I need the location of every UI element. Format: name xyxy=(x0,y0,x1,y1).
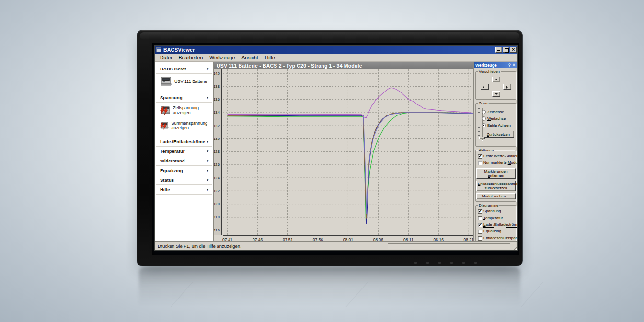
sidebar-section-status[interactable]: Status▾ xyxy=(156,175,212,185)
checkbox-lade-entladeströme[interactable]: Lade-/Entladeströme xyxy=(478,222,514,228)
sidebar-section-lade-entladeströme[interactable]: Lade-/Entladeströme▾ xyxy=(156,137,212,147)
checkbox-label: Nur markierte Module xyxy=(483,161,518,165)
chevron-down-icon[interactable]: ▾ xyxy=(207,150,208,153)
y-tick-label: 13.4 xyxy=(213,111,220,114)
sidebar-section-bacs-gerät[interactable]: BACS Gerät▾ xyxy=(156,64,212,74)
menu-item-bearbeiten[interactable]: Bearbeiten xyxy=(175,54,207,61)
maximize-button[interactable] xyxy=(503,47,509,53)
checkbox-icon[interactable] xyxy=(478,209,482,214)
chart-area[interactable]: 14.013.813.613.413.213.012.812.612.412.2… xyxy=(214,69,473,242)
radio-icon[interactable] xyxy=(482,116,486,121)
sidebar-section-temperatur[interactable]: Temperatur▾ xyxy=(156,147,212,156)
radio-icon[interactable] xyxy=(482,110,486,114)
sidebar: BACS Gerät▾ USV 111 BatterieSpannung▾ Ze… xyxy=(155,62,214,242)
radio-wertachse[interactable]: Wertachse xyxy=(482,115,514,122)
resize-grip[interactable] xyxy=(512,244,517,250)
pan-right-button[interactable] xyxy=(503,84,511,90)
sidebar-section-label: Hilfe xyxy=(160,187,170,192)
sidebar-section-equalizing[interactable]: Equalizing▾ xyxy=(156,166,212,175)
monitor-buttons[interactable] xyxy=(414,262,477,263)
radio-icon[interactable] xyxy=(482,123,486,127)
tools-panel-titlebar[interactable]: Werkzeuge ⚲ × xyxy=(474,62,518,68)
chevron-down-icon[interactable]: ▾ xyxy=(207,169,208,172)
y-tick-label: 12.8 xyxy=(213,150,220,153)
checkbox-label: Lade-/Entladeströme xyxy=(483,222,518,227)
minimize-button[interactable] xyxy=(495,47,502,53)
arrow-left-icon xyxy=(483,86,484,89)
checkbox-icon[interactable] xyxy=(478,154,482,159)
sidebar-section-label: Equalizing xyxy=(160,168,183,173)
window-title: BACSViewer xyxy=(163,47,495,53)
button-modul-suchen[interactable]: Modul suchen ... xyxy=(476,193,516,199)
close-button[interactable] xyxy=(510,47,517,53)
y-tick-label: 11.6 xyxy=(214,229,220,232)
y-tick-label: 12.6 xyxy=(213,163,220,166)
menu-item-datei[interactable]: Datei xyxy=(157,54,175,61)
checkbox-temperatur[interactable]: Temperatur xyxy=(478,216,514,221)
checkbox-equalizing[interactable]: Equalizing xyxy=(478,229,514,235)
statusbar: Drücken Sie F1, um die Hilfe anzuzeigen. xyxy=(155,242,518,250)
menubar: DateiBearbeitenWerkzeugeAnsichtHilfe xyxy=(155,54,518,62)
charts-group-label: Diagramme xyxy=(478,203,499,207)
voltage-chart xyxy=(223,69,473,235)
chevron-down-icon[interactable]: ▾ xyxy=(207,159,208,163)
checkbox-spannung[interactable]: Spannung xyxy=(478,209,514,215)
zoom-reset-button[interactable]: Zurücksetzen xyxy=(483,131,514,138)
sidebar-item-summenspannung-anzeigen[interactable]: Summenspannung anzeigen xyxy=(155,118,213,133)
chevron-down-icon[interactable]: ▾ xyxy=(207,96,208,100)
chevron-down-icon[interactable]: ▾ xyxy=(207,178,208,182)
y-tick-label: 11.8 xyxy=(214,215,220,218)
y-tick-label: 12.0 xyxy=(213,202,220,206)
tools-panel-title: Werkzeuge xyxy=(475,63,507,68)
checkbox-icon[interactable] xyxy=(478,230,482,234)
y-tick-label: 13.6 xyxy=(213,98,220,101)
series-modul-braun xyxy=(228,113,473,218)
sidebar-item-label: Summenspannung anzeigen xyxy=(171,121,212,131)
menu-item-hilfe[interactable]: Hilfe xyxy=(262,54,278,61)
pin-icon[interactable]: ⚲ xyxy=(507,63,512,67)
checkbox-icon[interactable] xyxy=(478,216,482,220)
charts-group: Diagramme SpannungTemperaturLade-/Entlad… xyxy=(475,205,516,242)
radio-label: Beide Achsen xyxy=(487,123,511,127)
sidebar-item-zellspannung-anzeigen[interactable]: Zellspannung anzeigen xyxy=(155,103,213,118)
battery-device-icon xyxy=(160,76,172,87)
checkbox-nur-markierte-module[interactable]: Nur markierte Module xyxy=(478,161,514,166)
radio-zeitachse[interactable]: Zeitachse xyxy=(482,108,514,115)
sidebar-section-label: Spannung xyxy=(160,95,182,100)
checkbox-entladeschlussspannung[interactable]: Entladeschlussspannung xyxy=(478,236,514,242)
checkbox-icon[interactable] xyxy=(478,223,482,227)
pan-up-button[interactable] xyxy=(492,77,500,82)
panel-close-icon[interactable]: × xyxy=(512,62,516,68)
menu-item-ansicht[interactable]: Ansicht xyxy=(238,54,261,61)
zoom-slider-handle[interactable] xyxy=(479,137,485,139)
button-markierungen-entfernen[interactable]: Markierungen entfernen xyxy=(476,168,516,179)
radio-label: Zeitachse xyxy=(487,110,504,114)
sidebar-section-hilfe[interactable]: Hilfe▾ xyxy=(156,185,212,195)
sidebar-item-usv-111-batterie[interactable]: USV 111 Batterie xyxy=(155,74,213,89)
checkbox-label: Equalizing xyxy=(483,229,501,234)
chevron-down-icon[interactable]: ▾ xyxy=(207,67,208,71)
pan-left-button[interactable] xyxy=(481,84,489,90)
zoom-slider[interactable] xyxy=(478,107,480,144)
chart-title-bar: USV 111 Batterie - BACS 2 - Typ C20 - St… xyxy=(214,62,473,69)
y-tick-label: 12.2 xyxy=(213,189,220,193)
zoom-group-label: Zoom xyxy=(478,101,489,105)
menu-item-werkzeuge[interactable]: Werkzeuge xyxy=(206,54,238,61)
plot-region[interactable] xyxy=(223,69,473,235)
sidebar-item-label: USV 111 Batterie xyxy=(174,79,207,84)
sidebar-section-widerstand[interactable]: Widerstand▾ xyxy=(156,156,212,166)
checkbox-label: Temperatur xyxy=(483,216,503,220)
checkbox-icon[interactable] xyxy=(478,161,482,165)
window-titlebar[interactable]: BACSViewer xyxy=(155,46,518,54)
y-tick-label: 13.0 xyxy=(213,137,220,140)
chevron-down-icon[interactable]: ▾ xyxy=(207,188,208,192)
bezel-gloss xyxy=(140,32,519,40)
button-entladeschlussspannung-zurücksetzen[interactable]: Entladeschlussspannung zurücksetzen xyxy=(476,181,516,191)
pan-down-button[interactable] xyxy=(492,91,500,97)
sidebar-section-spannung[interactable]: Spannung▾ xyxy=(156,93,212,103)
radio-beide-achsen[interactable]: Beide Achsen xyxy=(482,122,514,128)
chevron-down-icon[interactable]: ▾ xyxy=(207,140,208,144)
sidebar-section-label: Status xyxy=(160,177,174,183)
checkbox-feste-werte-skalierung[interactable]: Feste Werte-Skalierung xyxy=(478,154,514,160)
checkbox-icon[interactable] xyxy=(478,236,482,241)
